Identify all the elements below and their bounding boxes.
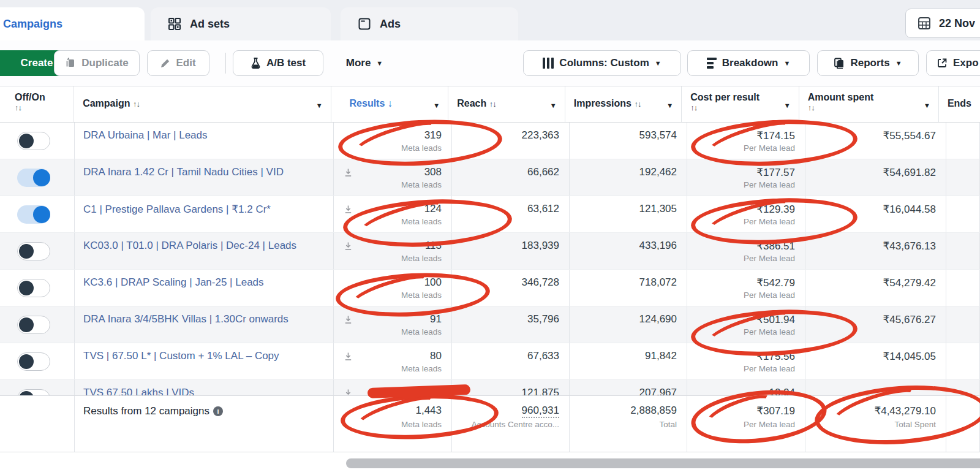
ab-test-label: A/B test (266, 57, 306, 69)
summary-cost-value: ₹307.19 (756, 405, 795, 417)
results-label: Meta leads (401, 180, 442, 189)
chevron-down-icon[interactable]: ▼ (924, 102, 930, 109)
spent-value: ₹54,691.82 (883, 166, 936, 179)
spent-value: ₹16,044.58 (883, 203, 936, 216)
summary-label-cell: Results from 12 campaignsi (75, 396, 334, 452)
tab-campaigns-label: Campaigns (3, 18, 62, 31)
table-row: C1 | Prestige Pallava Gardens | ₹1.2 Cr*… (0, 196, 980, 233)
ends-cell (946, 306, 980, 343)
export-icon (937, 58, 948, 69)
toggle-cell (0, 306, 75, 343)
cost-label: Per Meta lead (744, 291, 795, 300)
header-impressions[interactable]: Impressions ↑↓ ▼ (565, 86, 682, 122)
spent-value: ₹14,045.05 (883, 350, 936, 363)
campaign-link[interactable]: DRA Inara 3/4/5BHK Villas | 1.30Cr onwar… (83, 313, 288, 325)
reach-value: 63,612 (527, 203, 559, 215)
campaign-toggle[interactable] (17, 279, 50, 297)
chevron-down-icon[interactable]: ▼ (316, 102, 323, 109)
campaign-toggle[interactable] (17, 352, 50, 371)
breakdown-button[interactable]: Breakdown ▼ (687, 50, 810, 76)
header-off-on[interactable]: Off/On ↑↓ (0, 86, 74, 122)
impressions-value: 718,072 (639, 276, 677, 289)
date-range-button[interactable]: 22 Nov (905, 9, 980, 38)
export-button[interactable]: Expo (926, 50, 980, 76)
download-icon[interactable] (344, 168, 353, 177)
campaign-toggle[interactable] (17, 169, 50, 187)
impressions-value: 593,574 (639, 129, 677, 142)
results-label: Meta leads (401, 217, 442, 226)
header-campaign[interactable]: Campaign ↑↓ ▼ (74, 86, 331, 122)
cost-label: Per Meta lead (744, 254, 795, 263)
campaign-link[interactable]: C1 | Prestige Pallava Gardens | ₹1.2 Cr* (83, 203, 271, 216)
reports-label: Reports (850, 57, 889, 69)
header-ends[interactable]: Ends (939, 86, 980, 122)
results-value: 80 (430, 350, 442, 362)
results-label: Meta leads (401, 291, 442, 300)
columns-button[interactable]: Columns: Custom ▼ (523, 50, 681, 76)
campaign-link[interactable]: KC3.6 | DRAP Scaling | Jan-25 | Leads (83, 276, 264, 289)
campaign-link[interactable]: KC03.0 | T01.0 | DRA Polaris | Dec-24 | … (83, 240, 296, 252)
campaign-toggle[interactable] (17, 205, 50, 224)
results-value: 100 (424, 276, 442, 289)
ads-manager-screen: Campaigns Ad sets Ads 22 Nov (0, 0, 980, 475)
tab-ads-label: Ads (380, 18, 401, 31)
header-amount-spent[interactable]: Amount spent ↑↓ ▼ (799, 86, 939, 122)
ab-test-button[interactable]: A/B test (233, 50, 323, 76)
campaign-toggle[interactable] (17, 316, 50, 334)
edit-button[interactable]: Edit (147, 50, 209, 76)
download-icon[interactable] (344, 241, 353, 251)
sort-icon: ↑↓ (808, 103, 930, 112)
results-value: 113 (425, 240, 442, 252)
chevron-down-icon: ▼ (895, 59, 902, 67)
download-icon[interactable] (344, 352, 353, 361)
reports-icon (834, 58, 845, 69)
header-ends-label: Ends (948, 98, 971, 108)
more-button[interactable]: More ▼ (337, 50, 392, 76)
chevron-down-icon: ▼ (376, 59, 383, 67)
toggle-knob (19, 244, 34, 259)
sort-icon: ↑↓ (489, 99, 496, 108)
chevron-down-icon[interactable]: ▼ (784, 102, 791, 109)
duplicate-button[interactable]: Duplicate (54, 50, 140, 76)
sort-icon: ↑↓ (9, 103, 65, 112)
ends-cell (946, 196, 980, 232)
cost-value: ₹174.15 (756, 129, 795, 142)
sort-icon: ↑↓ (634, 99, 641, 108)
chevron-down-icon[interactable]: ▼ (550, 102, 557, 109)
ends-cell (946, 123, 980, 159)
toggle-knob (33, 169, 50, 186)
chevron-down-icon[interactable]: ▼ (433, 102, 440, 109)
tab-campaigns[interactable]: Campaigns (0, 7, 145, 40)
toggle-cell (0, 270, 75, 306)
info-icon[interactable]: i (213, 406, 223, 416)
header-cost-per-result[interactable]: Cost per result ↑↓ ▼ (682, 86, 799, 122)
sort-icon: ↑↓ (690, 103, 790, 112)
results-label: Meta leads (401, 364, 442, 373)
campaign-link[interactable]: DRA Inara 1.42 Cr | Tamil Nadu Cities | … (83, 166, 284, 178)
summary-spent-label: Total Spent (894, 420, 936, 429)
tab-ad-sets[interactable]: Ad sets (151, 7, 331, 40)
reach-value: 67,633 (527, 350, 559, 362)
summary-reach-value[interactable]: 960,931 (522, 405, 559, 418)
horizontal-scrollbar[interactable] (346, 458, 980, 468)
header-reach[interactable]: Reach ↑↓ ▼ (448, 86, 565, 122)
header-results[interactable]: Results ↓ ▼ (331, 86, 449, 122)
tab-ads[interactable]: Ads (341, 7, 518, 40)
cost-label: Per Meta lead (744, 217, 795, 226)
ad-sets-grid-icon (168, 17, 181, 31)
toggle-cell (0, 233, 75, 269)
reach-value: 183,939 (522, 240, 559, 252)
sort-icon: ↑↓ (133, 99, 140, 108)
download-icon[interactable] (344, 205, 353, 214)
view-tabstrip: Campaigns Ad sets Ads 22 Nov (0, 0, 980, 40)
campaign-link[interactable]: DRA Urbaina | Mar | Leads (83, 129, 208, 142)
campaign-link[interactable]: TVS | 67.50 L* | Custom + 1% LAL – Copy (83, 350, 279, 362)
impressions-value: 433,196 (639, 240, 677, 252)
breakdown-label: Breakdown (722, 57, 778, 69)
campaign-toggle[interactable] (17, 242, 50, 260)
chevron-down-icon[interactable]: ▼ (666, 102, 673, 109)
columns-label: Columns: Custom (559, 57, 649, 69)
campaign-toggle[interactable] (17, 132, 50, 150)
reports-button[interactable]: Reports ▼ (817, 50, 919, 76)
download-icon[interactable] (344, 315, 353, 324)
